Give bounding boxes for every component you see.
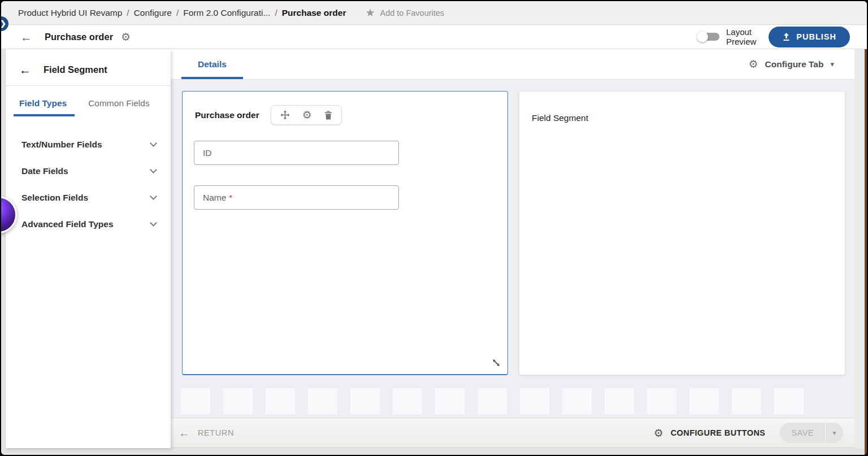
chevron-down-icon [150,140,157,147]
resize-handle-icon[interactable] [492,358,501,370]
chevron-down-icon [150,166,157,173]
grid-placeholder-square [393,388,422,414]
publish-button[interactable]: PUBLISH [769,27,850,47]
form-title: Purchase order [45,32,113,42]
grid-placeholder-square [266,388,295,414]
segment-toolbar: ⚙ [271,105,342,125]
field-id[interactable]: ID [194,141,399,165]
save-button[interactable]: SAVE [780,423,825,443]
chevron-down-icon: ▾ [832,429,836,437]
upload-icon [782,32,791,41]
placeholder-row [181,388,804,414]
empty-field-segment-card[interactable]: Field Segment [519,91,845,375]
required-asterisk: * [229,193,232,202]
chevron-right-icon: ❯ [0,19,6,28]
chevron-down-icon [150,219,157,227]
chevron-down-icon: ▾ [830,60,834,68]
sidebar-section-advanced-field-types[interactable]: Advanced Field Types [6,211,171,237]
move-icon[interactable] [280,110,290,120]
configure-buttons-label: CONFIGURE BUTTONS [671,428,766,437]
grid-placeholder-square [689,388,719,414]
section-label: Selection Fields [21,193,88,203]
grid-placeholder-square [520,388,549,414]
right-gutter [854,49,865,448]
sidebar-tabs: Field Types Common Fields [6,98,171,116]
sidebar-sections: Text/Number FieldsDate FieldsSelection F… [6,131,171,237]
details-tab-bar: Details ⚙ Configure Tab ▾ [171,49,856,79]
field-name[interactable]: Name* [194,185,399,210]
grid-placeholder-square [435,388,465,414]
configure-tab-button[interactable]: ⚙ Configure Tab ▾ [749,59,834,70]
window-edge-artifact [865,49,867,455]
layout-preview-toggle[interactable] [699,33,719,41]
sidebar-title: Field Segment [44,64,107,75]
configure-tab-label: Configure Tab [765,59,824,70]
back-arrow-icon[interactable]: ← [20,31,32,43]
star-icon: ★ [365,7,375,18]
grid-placeholder-square [774,388,804,414]
delete-trash-icon[interactable] [324,111,332,120]
breadcrumb-item[interactable]: Form 2.0 Configurati... [183,8,270,18]
tab-common-fields[interactable]: Common Fields [88,98,150,116]
save-dropdown-button[interactable]: ▾ [825,423,843,443]
configure-tab-gear-icon: ⚙ [749,59,758,70]
form-fields: IDName* [183,141,507,210]
configure-buttons-button[interactable]: ⚙ CONFIGURE BUTTONS [654,428,766,438]
segment-title: Purchase order [195,110,259,120]
form-header-bar: ← Purchase order ⚙ Layout Preview PUBLIS… [1,25,867,49]
sidebar-header: ← Field Segment [6,49,171,86]
configure-buttons-gear-icon: ⚙ [654,428,663,438]
toggle-knob [697,31,708,42]
breadcrumb-item[interactable]: Product Hybrid UI Revamp [18,8,122,18]
breadcrumb: Product Hybrid UI Revamp/Configure/Form … [18,8,346,18]
grid-placeholder-square [350,388,380,414]
grid-placeholder-square [605,388,634,414]
breadcrumb-separator: / [275,8,277,18]
breadcrumb-separator: / [176,8,179,18]
breadcrumb-item[interactable]: Configure [134,8,172,18]
segment-settings-gear-icon[interactable]: ⚙ [302,110,312,120]
empty-segment-title: Field Segment [532,113,845,123]
main-area: Details ⚙ Configure Tab ▾ Purchase order [171,49,856,448]
grid-placeholder-square [223,388,253,414]
publish-label: PUBLISH [796,32,836,41]
section-label: Text/Number Fields [21,140,102,150]
tab-field-types[interactable]: Field Types [19,98,67,116]
grid-placeholder-square [478,388,507,414]
form-canvas: Purchase order ⚙ [171,79,856,418]
grid-placeholder-square [308,388,337,414]
form-settings-gear-icon[interactable]: ⚙ [121,32,131,42]
field-label: ID [203,148,212,158]
add-to-favourites-button[interactable]: ★ Add to Favourites [365,7,444,18]
sidebar-section-date-fields[interactable]: Date Fields [6,158,171,184]
return-arrow-icon: ← [179,427,190,440]
form-segment-card[interactable]: Purchase order ⚙ [182,91,508,375]
save-split-button: SAVE ▾ [780,423,843,443]
layout-preview-label: Layout Preview [726,27,756,47]
grid-placeholder-square [647,388,676,414]
grid-placeholder-square [562,388,592,414]
grid-placeholder-square [732,388,761,414]
sidebar-back-arrow-icon[interactable]: ← [19,64,31,76]
field-segment-sidebar: ← Field Segment Field Types Common Field… [6,49,171,448]
grid-placeholder-square [181,388,210,414]
add-to-favourites-label: Add to Favourites [380,8,444,18]
sidebar-section-selection-fields[interactable]: Selection Fields [6,184,171,211]
field-label: Name [203,193,226,203]
tab-details[interactable]: Details [181,49,243,79]
app-window: Product Hybrid UI Revamp/Configure/Form … [0,0,868,456]
section-label: Advanced Field Types [21,219,114,229]
chevron-down-icon [150,193,157,200]
breadcrumb-item[interactable]: Purchase order [282,8,346,18]
sidebar-section-text-number-fields[interactable]: Text/Number Fields [6,131,171,158]
breadcrumb-bar: Product Hybrid UI Revamp/Configure/Form … [1,1,867,25]
segment-card-header: Purchase order ⚙ [195,105,507,125]
section-label: Date Fields [21,166,68,176]
breadcrumb-separator: / [127,8,129,18]
return-label: RETURN [198,428,234,437]
return-button[interactable]: ← RETURN [179,427,234,440]
footer-action-bar: ← RETURN ⚙ CONFIGURE BUTTONS SAVE ▾ [171,418,856,448]
